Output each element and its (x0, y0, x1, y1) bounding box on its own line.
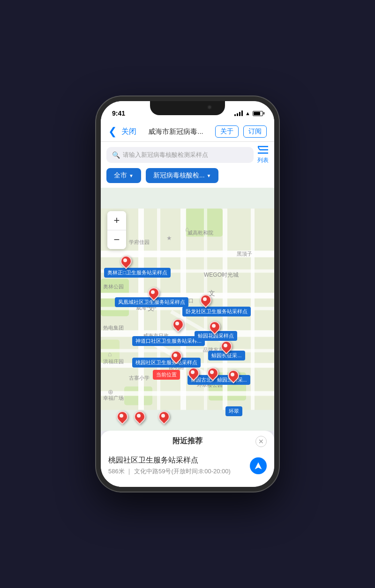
zoom-in-button[interactable]: + (107, 211, 126, 230)
panel-close-button[interactable]: ✕ (255, 436, 267, 447)
front-camera (207, 105, 212, 110)
filter-area: 全市 ▼ 新冠病毒核酸检... ▼ (101, 168, 274, 188)
svg-text:⌂: ⌂ (108, 350, 112, 358)
marker-6[interactable] (221, 341, 230, 353)
nav-title: 威海市新冠病毒... (141, 127, 210, 136)
svg-text:★: ★ (166, 235, 172, 242)
location-name: 桃园社区卫生服务站采样点 (108, 456, 231, 465)
list-icon (258, 146, 268, 155)
zoom-out-button[interactable]: − (107, 230, 126, 249)
bottom-panel: 附近推荐 ✕ 桃园社区卫生服务站采样点 586米 ｜ 文化中路59号(开放时间:… (101, 431, 274, 487)
svg-text:⌂: ⌂ (185, 225, 189, 233)
svg-text:威高乾和院: 威高乾和院 (188, 230, 213, 235)
marker-2[interactable] (148, 287, 158, 300)
navigate-button[interactable] (250, 457, 267, 474)
location-card[interactable]: 桃园社区卫生服务站采样点 586米 ｜ 文化中路59号(开放时间:8:00-20… (108, 452, 267, 479)
category-filter-arrow: ▼ (207, 173, 211, 178)
close-button[interactable]: 关闭 (121, 127, 136, 137)
svg-text:洪福庄园: 洪福庄园 (103, 359, 124, 364)
svg-text:⊕: ⊕ (108, 388, 113, 396)
battery-icon (253, 111, 263, 116)
list-label: 列表 (257, 156, 269, 164)
huancui-label: 环翠 (225, 406, 242, 416)
list-view-button[interactable]: 列表 (257, 146, 269, 164)
status-time: 9:41 (112, 110, 125, 117)
marker-9[interactable] (207, 368, 217, 380)
location-detail: 586米 ｜ 文化中路59号(开放时间:8:00-20:00) (108, 467, 231, 476)
nav-bar: ❮ 关闭 威海市新冠病毒... 关于 订阅 (101, 122, 274, 142)
search-icon: 🔍 (112, 151, 120, 159)
svg-text:学府佳园: 学府佳园 (129, 239, 150, 245)
city-filter-arrow: ▼ (129, 173, 134, 178)
search-box[interactable]: 🔍 请输入新冠病毒核酸检测采样点 (106, 147, 254, 163)
search-area: 🔍 请输入新冠病毒核酸检测采样点 列表 (101, 142, 274, 168)
zoom-controls: + − (107, 211, 126, 249)
svg-text:热电集团: 热电集团 (103, 325, 124, 331)
marker-4[interactable] (200, 294, 210, 307)
location-address-text: 文化中路59号(开放时间:8:00-20:00) (134, 468, 231, 475)
category-filter-button[interactable]: 新冠病毒核酸检... ▼ (146, 168, 219, 183)
marker-8[interactable] (188, 368, 197, 380)
map-area[interactable]: WEGO时光城 黑顶子 威高乾和院 学府佳园 奥林公园 威海一中 神道口 热电集… (101, 188, 274, 431)
marker-3[interactable] (172, 319, 182, 331)
marker-5[interactable] (209, 321, 218, 333)
phone-frame: 9:41 ▲ ❮ 关闭 威海市新冠病毒... 关于 订阅 (96, 96, 279, 492)
search-placeholder: 请输入新冠病毒核酸检测采样点 (123, 151, 208, 159)
category-filter-label: 新冠病毒核酸检... (153, 171, 205, 180)
marker-7[interactable] (171, 351, 180, 363)
marker-13[interactable] (117, 411, 126, 423)
city-filter-button[interactable]: 全市 ▼ (106, 168, 141, 183)
marker-11[interactable] (134, 411, 143, 423)
location-info: 桃园社区卫生服务站采样点 586米 ｜ 文化中路59号(开放时间:8:00-20… (108, 456, 231, 476)
signal-icon (234, 110, 243, 116)
marker-10[interactable] (228, 370, 237, 382)
shendao-label: 神道口社区卫生服务站采样... (132, 336, 205, 346)
svg-text:黑顶子: 黑顶子 (237, 251, 252, 257)
notch (150, 101, 225, 115)
taoyuan-label: 桃园社区卫生服务站采样点 (132, 358, 201, 368)
svg-text:古寨小学: 古寨小学 (129, 375, 150, 381)
back-button[interactable]: ❮ (108, 125, 117, 138)
status-icons: ▲ (234, 110, 263, 116)
wifi-icon: ▲ (245, 110, 250, 116)
svg-text:WEGO时光城: WEGO时光城 (204, 272, 239, 278)
panel-header: 附近推荐 ✕ (108, 436, 267, 446)
about-button[interactable]: 关于 (215, 125, 239, 138)
city-filter-label: 全市 (114, 171, 127, 180)
svg-text:幸福广场: 幸福广场 (103, 395, 124, 401)
panel-title: 附近推荐 (172, 436, 202, 446)
location-distance: 586米 (108, 468, 125, 475)
subscribe-button[interactable]: 订阅 (243, 125, 267, 138)
wolong-label: 卧龙社区卫生服务站采样点 (182, 307, 251, 316)
marker-1[interactable] (120, 256, 130, 268)
location-address: ｜ (126, 468, 132, 475)
svg-text:奥林公园: 奥林公园 (103, 284, 124, 289)
svg-rect-21 (101, 349, 274, 353)
svg-rect-14 (101, 391, 274, 396)
current-location-label: 当前位置 (153, 370, 180, 380)
screen: 9:41 ▲ ❮ 关闭 威海市新冠病毒... 关于 订阅 (101, 101, 274, 487)
olympic-health-label: 奥林正□卫生服务站采样点 (104, 268, 171, 278)
svg-text:文: 文 (209, 289, 215, 297)
marker-12[interactable] (158, 411, 168, 423)
